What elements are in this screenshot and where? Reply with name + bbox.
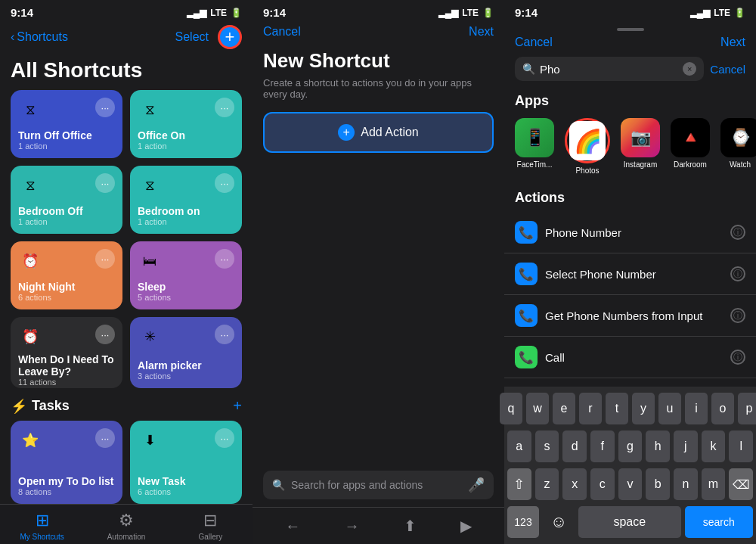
card-count: 6 actions xyxy=(138,487,234,496)
keyboard: q w e r t y u i o p a s d f g h j k l ⇧ … xyxy=(504,387,756,544)
key-m[interactable]: m xyxy=(702,468,726,500)
card-more-button[interactable]: ··· xyxy=(95,173,115,193)
key-p[interactable]: p xyxy=(738,393,756,424)
back-icon[interactable]: ← xyxy=(285,518,300,535)
card-more-button[interactable]: ··· xyxy=(95,428,115,448)
card-more-button[interactable]: ··· xyxy=(215,173,234,193)
select-button[interactable]: Select xyxy=(175,30,209,44)
key-h[interactable]: h xyxy=(646,431,670,462)
key-n[interactable]: n xyxy=(674,468,698,500)
nav-bar-1: ‹ Shortcuts Select + xyxy=(0,22,253,55)
card-more-button[interactable]: ··· xyxy=(95,98,115,117)
watch-label: Watch xyxy=(730,160,751,169)
get-phone-icon: 📞 xyxy=(515,304,538,327)
next-top[interactable]: Next xyxy=(720,36,745,49)
delete-key[interactable]: ⌫ xyxy=(729,468,753,500)
key-o[interactable]: o xyxy=(711,393,734,424)
app-item-watch[interactable]: ⌚ Watch xyxy=(720,118,756,175)
key-l[interactable]: l xyxy=(729,431,753,462)
page-title: All Shortcuts xyxy=(0,55,253,90)
add-shortcut-button[interactable]: + xyxy=(218,25,242,49)
search-cancel-button[interactable]: Cancel xyxy=(710,63,745,76)
key-j[interactable]: j xyxy=(674,431,698,462)
key-x[interactable]: x xyxy=(562,468,587,500)
key-i[interactable]: i xyxy=(685,393,708,424)
app-item-instagram[interactable]: 📷 Instagram xyxy=(621,118,660,175)
cancel-button[interactable]: Cancel xyxy=(263,25,301,39)
forward-icon[interactable]: → xyxy=(344,518,359,535)
action-item-get-phone[interactable]: 📞 Get Phone Numbers from Input ⓘ xyxy=(504,295,756,337)
app-item-photos[interactable]: 🌈 Photos xyxy=(565,118,610,175)
call-info-button[interactable]: ⓘ xyxy=(730,350,745,365)
next-button[interactable]: Next xyxy=(469,25,494,39)
key-d[interactable]: d xyxy=(562,431,587,462)
emoji-key[interactable]: ☺ xyxy=(543,506,575,538)
card-more-button[interactable]: ··· xyxy=(215,325,234,344)
key-z[interactable]: z xyxy=(535,468,559,500)
add-action-button[interactable]: + Add Action xyxy=(263,112,494,153)
key-y[interactable]: y xyxy=(632,393,655,424)
key-t[interactable]: t xyxy=(606,393,628,424)
key-g[interactable]: g xyxy=(618,431,643,462)
key-s[interactable]: s xyxy=(535,431,559,462)
card-more-button[interactable]: ··· xyxy=(215,428,234,448)
card-icon: ⬇ xyxy=(138,428,162,452)
select-phone-info-button[interactable]: ⓘ xyxy=(730,266,745,281)
share-icon[interactable]: ⬆ xyxy=(404,517,417,535)
shortcut-card[interactable]: ✳ ··· Alarm picker 3 actions xyxy=(130,317,242,388)
nav-automation[interactable]: ⚙ Automation xyxy=(84,511,168,541)
search-row: 🔍 Pho × Cancel xyxy=(504,52,756,85)
key-q[interactable]: q xyxy=(500,393,522,424)
action-item-phone-number[interactable]: 📞 Phone Number ⓘ xyxy=(504,212,756,253)
key-c[interactable]: c xyxy=(590,468,615,500)
cancel-top[interactable]: Cancel xyxy=(515,36,553,49)
get-phone-info-button[interactable]: ⓘ xyxy=(730,308,745,323)
shortcut-card[interactable]: ⏰ ··· When Do I Need To Leave By? 11 act… xyxy=(11,317,122,388)
nav-gallery[interactable]: ⊟ Gallery xyxy=(169,511,253,541)
space-key[interactable]: space xyxy=(578,506,681,538)
action-item-select-phone[interactable]: 📞 Select Phone Number ⓘ xyxy=(504,253,756,295)
card-name: Bedroom Off xyxy=(18,205,115,217)
card-more-button[interactable]: ··· xyxy=(215,98,234,117)
key-f[interactable]: f xyxy=(590,431,615,462)
search-clear-button[interactable]: × xyxy=(683,62,696,76)
nav-my-shortcuts[interactable]: ⊞ My Shortcuts xyxy=(0,511,84,541)
shortcut-card[interactable]: ⧖ ··· Bedroom on 1 action xyxy=(130,166,242,234)
search-field[interactable]: 🔍 Pho × xyxy=(515,57,704,81)
search-magnifier-icon: 🔍 xyxy=(522,63,535,75)
back-button-shortcuts[interactable]: ‹ Shortcuts xyxy=(11,30,68,44)
search-bar-2[interactable]: 🔍 Search for apps and actions 🎤 xyxy=(263,471,494,499)
card-more-button[interactable]: ··· xyxy=(95,249,115,269)
key-r[interactable]: r xyxy=(579,393,602,424)
shortcut-card[interactable]: 🛏 ··· Sleep 5 actions xyxy=(130,241,242,309)
play-icon[interactable]: ▶ xyxy=(460,517,472,535)
shortcut-card[interactable]: ⧖ ··· Turn Off Office 1 action xyxy=(11,90,122,158)
card-more-button[interactable]: ··· xyxy=(215,249,234,269)
shortcut-card[interactable]: ⭐ ··· Open my To Do list 8 actions xyxy=(11,421,122,504)
shortcut-card[interactable]: ⬇ ··· New Task 6 actions xyxy=(130,421,242,504)
phone-number-info-button[interactable]: ⓘ xyxy=(730,225,745,240)
app-item-darkroom[interactable]: 🔺 Darkroom xyxy=(671,118,710,175)
shortcut-card[interactable]: ⧖ ··· Bedroom Off 1 action xyxy=(11,166,122,234)
key-u[interactable]: u xyxy=(658,393,681,424)
shift-key[interactable]: ⇧ xyxy=(507,468,531,500)
key-w[interactable]: w xyxy=(526,393,549,424)
shortcut-card[interactable]: ⏰ ··· Night Night 6 actions xyxy=(11,241,122,309)
key-a[interactable]: a xyxy=(507,431,531,462)
key-b[interactable]: b xyxy=(646,468,670,500)
back-label[interactable]: Shortcuts xyxy=(17,30,68,44)
app-item-facetime[interactable]: 📱 FaceTim... xyxy=(515,118,554,175)
numbers-key[interactable]: 123 xyxy=(507,506,539,538)
key-k[interactable]: k xyxy=(702,431,726,462)
card-more-button[interactable]: ··· xyxy=(95,325,115,344)
search-key[interactable]: search xyxy=(685,506,753,538)
action-item-call[interactable]: 📞 Call ⓘ xyxy=(504,337,756,378)
time-3: 9:14 xyxy=(515,6,538,19)
call-icon: 📞 xyxy=(515,346,538,368)
card-count: 3 actions xyxy=(138,371,234,381)
shortcut-card[interactable]: ⧖ ··· Office On 1 action xyxy=(130,90,242,158)
key-e[interactable]: e xyxy=(553,393,575,424)
tasks-add-button[interactable]: + xyxy=(233,397,242,415)
card-name: Night Night xyxy=(18,281,115,293)
key-v[interactable]: v xyxy=(618,468,643,500)
